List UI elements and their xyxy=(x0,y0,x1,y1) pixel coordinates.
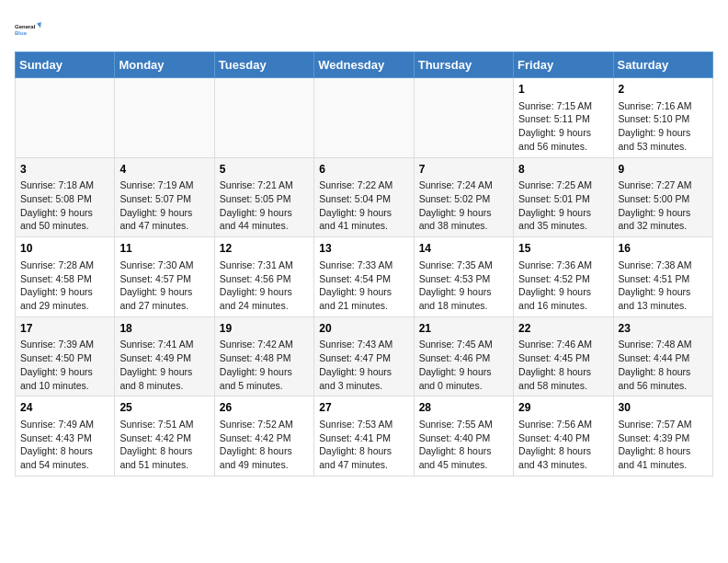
day-number: 18 xyxy=(119,321,209,337)
calendar-cell: 17Sunrise: 7:39 AM Sunset: 4:50 PM Dayli… xyxy=(16,316,115,396)
calendar-cell: 3Sunrise: 7:18 AM Sunset: 5:08 PM Daylig… xyxy=(16,157,115,237)
calendar-cell: 2Sunrise: 7:16 AM Sunset: 5:10 PM Daylig… xyxy=(613,78,712,158)
day-number: 14 xyxy=(419,241,508,257)
day-number: 8 xyxy=(518,162,608,178)
calendar-cell: 6Sunrise: 7:22 AM Sunset: 5:04 PM Daylig… xyxy=(314,157,414,237)
calendar-cell: 1Sunrise: 7:15 AM Sunset: 5:11 PM Daylig… xyxy=(514,78,613,158)
day-info: Sunrise: 7:27 AM Sunset: 5:00 PM Dayligh… xyxy=(619,178,708,233)
day-info: Sunrise: 7:46 AM Sunset: 4:45 PM Dayligh… xyxy=(518,338,608,392)
day-info: Sunrise: 7:56 AM Sunset: 4:40 PM Dayligh… xyxy=(518,418,608,472)
day-info: Sunrise: 7:28 AM Sunset: 4:58 PM Dayligh… xyxy=(20,259,109,313)
day-info: Sunrise: 7:22 AM Sunset: 5:04 PM Dayligh… xyxy=(319,178,408,233)
day-number: 3 xyxy=(20,162,109,178)
day-info: Sunrise: 7:49 AM Sunset: 4:43 PM Dayligh… xyxy=(20,418,109,472)
day-number: 12 xyxy=(220,241,309,257)
calendar-cell: 4Sunrise: 7:19 AM Sunset: 5:07 PM Daylig… xyxy=(115,157,214,237)
calendar-cell: 11Sunrise: 7:30 AM Sunset: 4:57 PM Dayli… xyxy=(115,237,214,317)
day-info: Sunrise: 7:25 AM Sunset: 5:01 PM Dayligh… xyxy=(518,178,608,233)
day-number: 16 xyxy=(619,241,708,257)
calendar-cell: 16Sunrise: 7:38 AM Sunset: 4:51 PM Dayli… xyxy=(613,237,712,317)
day-number: 22 xyxy=(518,321,608,337)
day-number: 15 xyxy=(518,241,608,257)
calendar-week-3: 10Sunrise: 7:28 AM Sunset: 4:58 PM Dayli… xyxy=(16,237,713,317)
day-number: 29 xyxy=(518,400,608,416)
day-number: 25 xyxy=(119,400,209,416)
day-number: 20 xyxy=(319,321,408,337)
header-wednesday: Wednesday xyxy=(314,52,414,78)
calendar-cell: 15Sunrise: 7:36 AM Sunset: 4:52 PM Dayli… xyxy=(514,237,613,317)
day-number: 26 xyxy=(220,400,309,416)
day-info: Sunrise: 7:31 AM Sunset: 4:56 PM Dayligh… xyxy=(220,259,309,313)
day-number: 10 xyxy=(20,241,109,257)
day-number: 27 xyxy=(319,400,408,416)
calendar-cell: 25Sunrise: 7:51 AM Sunset: 4:42 PM Dayli… xyxy=(115,396,214,477)
calendar-cell: 14Sunrise: 7:35 AM Sunset: 4:53 PM Dayli… xyxy=(414,237,513,317)
calendar-cell: 13Sunrise: 7:33 AM Sunset: 4:54 PM Dayli… xyxy=(314,237,414,317)
day-info: Sunrise: 7:57 AM Sunset: 4:39 PM Dayligh… xyxy=(619,418,708,472)
svg-marker-2 xyxy=(37,22,41,28)
day-number: 30 xyxy=(619,400,708,416)
day-number: 28 xyxy=(419,400,508,416)
calendar-cell: 28Sunrise: 7:55 AM Sunset: 4:40 PM Dayli… xyxy=(414,396,513,477)
day-info: Sunrise: 7:16 AM Sunset: 5:10 PM Dayligh… xyxy=(619,99,708,154)
calendar-cell: 8Sunrise: 7:25 AM Sunset: 5:01 PM Daylig… xyxy=(514,157,613,237)
header-monday: Monday xyxy=(115,52,214,78)
day-number: 2 xyxy=(619,82,708,98)
calendar-cell xyxy=(115,78,214,158)
day-info: Sunrise: 7:19 AM Sunset: 5:07 PM Dayligh… xyxy=(119,178,209,233)
day-number: 9 xyxy=(619,162,708,178)
day-info: Sunrise: 7:52 AM Sunset: 4:42 PM Dayligh… xyxy=(220,418,309,472)
calendar-cell: 18Sunrise: 7:41 AM Sunset: 4:49 PM Dayli… xyxy=(115,316,214,396)
header-saturday: Saturday xyxy=(613,52,712,78)
calendar-header-row: SundayMondayTuesdayWednesdayThursdayFrid… xyxy=(16,52,713,78)
calendar-week-2: 3Sunrise: 7:18 AM Sunset: 5:08 PM Daylig… xyxy=(16,157,713,237)
day-number: 11 xyxy=(119,241,209,257)
header-thursday: Thursday xyxy=(414,52,513,78)
calendar-cell: 12Sunrise: 7:31 AM Sunset: 4:56 PM Dayli… xyxy=(214,237,313,317)
day-info: Sunrise: 7:24 AM Sunset: 5:02 PM Dayligh… xyxy=(419,178,508,233)
svg-text:General: General xyxy=(15,24,36,29)
day-info: Sunrise: 7:42 AM Sunset: 4:48 PM Dayligh… xyxy=(220,338,309,392)
day-info: Sunrise: 7:36 AM Sunset: 4:52 PM Dayligh… xyxy=(518,259,608,313)
day-info: Sunrise: 7:35 AM Sunset: 4:53 PM Dayligh… xyxy=(419,259,508,313)
day-number: 17 xyxy=(20,321,109,337)
calendar-week-4: 17Sunrise: 7:39 AM Sunset: 4:50 PM Dayli… xyxy=(16,316,713,396)
calendar-week-1: 1Sunrise: 7:15 AM Sunset: 5:11 PM Daylig… xyxy=(16,78,713,158)
calendar-cell: 7Sunrise: 7:24 AM Sunset: 5:02 PM Daylig… xyxy=(414,157,513,237)
day-info: Sunrise: 7:38 AM Sunset: 4:51 PM Dayligh… xyxy=(619,259,708,313)
header-friday: Friday xyxy=(514,52,613,78)
day-info: Sunrise: 7:43 AM Sunset: 4:47 PM Dayligh… xyxy=(319,338,408,392)
day-info: Sunrise: 7:51 AM Sunset: 4:42 PM Dayligh… xyxy=(119,418,209,472)
day-number: 4 xyxy=(119,162,209,178)
calendar-cell: 20Sunrise: 7:43 AM Sunset: 4:47 PM Dayli… xyxy=(314,316,414,396)
calendar-cell: 5Sunrise: 7:21 AM Sunset: 5:05 PM Daylig… xyxy=(214,157,313,237)
day-info: Sunrise: 7:21 AM Sunset: 5:05 PM Dayligh… xyxy=(220,178,309,233)
day-number: 23 xyxy=(619,321,708,337)
calendar-cell: 24Sunrise: 7:49 AM Sunset: 4:43 PM Dayli… xyxy=(16,396,115,477)
day-number: 21 xyxy=(419,321,508,337)
day-info: Sunrise: 7:30 AM Sunset: 4:57 PM Dayligh… xyxy=(119,259,209,313)
calendar-cell: 10Sunrise: 7:28 AM Sunset: 4:58 PM Dayli… xyxy=(16,237,115,317)
logo-icon: GeneralBlue xyxy=(15,15,44,44)
calendar-cell: 23Sunrise: 7:48 AM Sunset: 4:44 PM Dayli… xyxy=(613,316,712,396)
calendar-cell xyxy=(414,78,513,158)
calendar-cell xyxy=(16,78,115,158)
day-info: Sunrise: 7:18 AM Sunset: 5:08 PM Dayligh… xyxy=(20,178,109,233)
svg-text:Blue: Blue xyxy=(15,30,28,36)
calendar-cell: 26Sunrise: 7:52 AM Sunset: 4:42 PM Dayli… xyxy=(214,396,313,477)
day-info: Sunrise: 7:53 AM Sunset: 4:41 PM Dayligh… xyxy=(319,418,408,472)
day-info: Sunrise: 7:39 AM Sunset: 4:50 PM Dayligh… xyxy=(20,338,109,392)
calendar-cell: 9Sunrise: 7:27 AM Sunset: 5:00 PM Daylig… xyxy=(613,157,712,237)
day-info: Sunrise: 7:55 AM Sunset: 4:40 PM Dayligh… xyxy=(419,418,508,472)
day-number: 1 xyxy=(518,82,608,98)
logo: GeneralBlue xyxy=(15,15,44,44)
header-sunday: Sunday xyxy=(16,52,115,78)
calendar-cell xyxy=(314,78,414,158)
day-number: 6 xyxy=(319,162,408,178)
day-number: 7 xyxy=(419,162,508,178)
day-info: Sunrise: 7:41 AM Sunset: 4:49 PM Dayligh… xyxy=(119,338,209,392)
header-tuesday: Tuesday xyxy=(214,52,313,78)
day-number: 13 xyxy=(319,241,408,257)
calendar-cell: 29Sunrise: 7:56 AM Sunset: 4:40 PM Dayli… xyxy=(514,396,613,477)
day-info: Sunrise: 7:15 AM Sunset: 5:11 PM Dayligh… xyxy=(518,99,608,154)
